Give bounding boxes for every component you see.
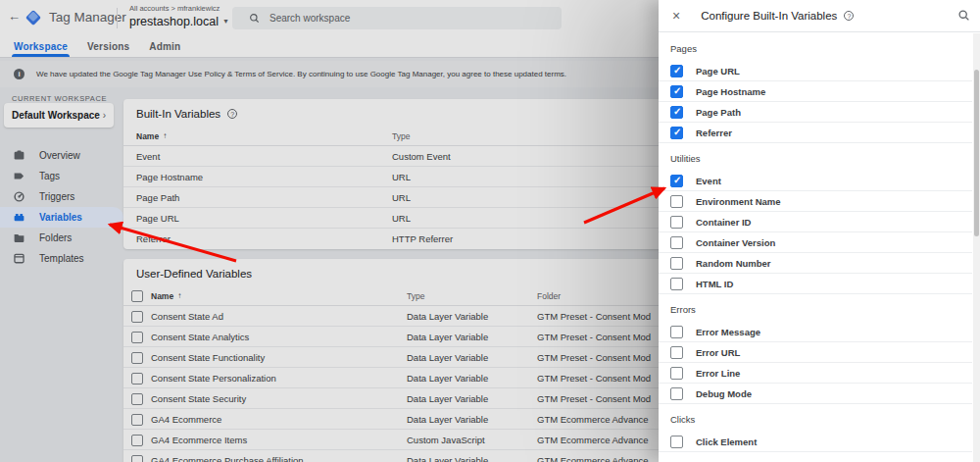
row-checkbox[interactable]: [131, 393, 143, 405]
chevron-down-icon: ▼: [222, 18, 229, 25]
variable-name-link[interactable]: Page Hostname: [136, 167, 203, 187]
tag-icon: [13, 170, 25, 182]
built-in-variable-toggle[interactable]: Container ID: [659, 212, 972, 232]
scrollbar-track[interactable]: [973, 33, 980, 462]
row-checkbox[interactable]: [131, 311, 143, 323]
built-in-variable-toggle[interactable]: Error Message: [659, 322, 972, 342]
built-in-variable-toggle[interactable]: HTML ID: [659, 274, 972, 294]
variable-name-link[interactable]: GA4 Ecommerce: [151, 409, 221, 430]
scrollbar-thumb[interactable]: [974, 70, 979, 236]
variable-name-link[interactable]: Consent State Functionality: [151, 347, 265, 368]
overview-icon: [13, 149, 25, 162]
built-in-variable-toggle[interactable]: Page Hostname: [659, 81, 972, 102]
variable-type: Data Layer Variable: [407, 388, 488, 409]
checkbox[interactable]: [670, 257, 683, 270]
help-icon[interactable]: ?: [844, 11, 854, 21]
row-checkbox[interactable]: [131, 414, 143, 426]
variable-name-link[interactable]: Consent State Ad: [151, 306, 223, 327]
variable-type: Data Layer Variable: [407, 368, 488, 388]
workspace-selector[interactable]: Default Workspace ›: [4, 103, 114, 128]
sidebar-item-tags[interactable]: Tags: [0, 166, 123, 186]
variable-name-link[interactable]: Page Path: [136, 187, 179, 208]
built-in-variable-toggle[interactable]: Random Number: [659, 253, 972, 274]
variable-name-link[interactable]: GA4 Ecommerce Purchase Affiliation: [151, 450, 304, 462]
built-in-variable-toggle[interactable]: Click Element: [659, 432, 972, 452]
variable-name-link[interactable]: Consent State Security: [151, 388, 246, 409]
built-in-variable-toggle[interactable]: Page URL: [659, 61, 972, 81]
built-in-variable-label: Error Line: [696, 368, 740, 379]
back-arrow-icon[interactable]: ←: [8, 9, 21, 24]
container-name[interactable]: prestashop.local▼: [129, 15, 229, 28]
tab-workspace[interactable]: Workspace: [4, 36, 77, 57]
close-icon[interactable]: ×: [672, 9, 680, 23]
checkbox[interactable]: [670, 65, 683, 77]
tab-admin[interactable]: Admin: [139, 36, 190, 57]
select-all-checkbox[interactable]: [131, 290, 143, 302]
variable-folder: GTM Preset - Consent Mod: [537, 347, 651, 368]
sidebar-item-triggers[interactable]: Triggers: [0, 186, 123, 207]
variable-folder: GTM Preset - Consent Mod: [537, 306, 651, 327]
built-in-variable-toggle[interactable]: Referrer: [659, 123, 972, 143]
sort-arrow-icon: ↑: [163, 131, 167, 140]
checkbox[interactable]: [670, 216, 683, 229]
variable-name-link[interactable]: Consent State Analytics: [151, 327, 249, 347]
row-checkbox[interactable]: [131, 435, 143, 446]
variable-folder: GTM Preset - Consent Mod: [537, 327, 651, 347]
sidebar-item-templates[interactable]: Templates: [0, 248, 123, 269]
checkbox[interactable]: [670, 278, 683, 290]
gtm-app: ← Tag Manager All accounts > mfrankiewic…: [0, 0, 980, 462]
built-in-variable-toggle[interactable]: Environment Name: [659, 191, 972, 212]
sidebar-item-variables[interactable]: Variables: [0, 207, 123, 228]
checkbox[interactable]: [670, 346, 683, 359]
row-checkbox[interactable]: [131, 455, 143, 462]
workspace-name: Default Workspace: [12, 110, 103, 121]
column-header-name[interactable]: Name↑: [136, 126, 167, 146]
built-in-variable-toggle[interactable]: Event: [659, 171, 972, 191]
checkbox[interactable]: [670, 106, 683, 119]
checkbox[interactable]: [670, 436, 683, 448]
variable-name-link[interactable]: Consent State Personalization: [151, 368, 276, 388]
variable-folder: GTM Preset - Consent Mod: [537, 388, 651, 409]
row-checkbox[interactable]: [131, 373, 143, 385]
search-input[interactable]: Search workspace: [232, 7, 562, 29]
built-in-variable-label: Random Number: [696, 258, 771, 269]
variable-name-link[interactable]: GA4 Ecommerce Items: [151, 430, 247, 450]
column-header-name[interactable]: Name↑: [151, 285, 181, 306]
sort-arrow-icon: ↑: [177, 291, 181, 300]
variable-name-link[interactable]: Event: [136, 146, 160, 167]
variable-type: Data Layer Variable: [407, 347, 488, 368]
checkbox[interactable]: [670, 85, 683, 98]
built-in-variable-label: Container Version: [696, 237, 775, 248]
built-in-variable-label: Error Message: [696, 327, 760, 337]
checkbox[interactable]: [670, 236, 683, 249]
checkbox[interactable]: [670, 326, 683, 338]
checkbox[interactable]: [670, 175, 683, 187]
checkbox[interactable]: [670, 127, 683, 139]
help-icon[interactable]: ?: [227, 109, 237, 119]
row-checkbox[interactable]: [131, 332, 143, 343]
panel-section-label: Errors: [659, 294, 972, 322]
variable-type: HTTP Referrer: [392, 229, 453, 249]
checkbox[interactable]: [670, 387, 683, 400]
variable-type: Data Layer Variable: [407, 327, 488, 347]
search-icon[interactable]: [957, 9, 970, 22]
panel-section-label: Pages: [659, 33, 972, 61]
variable-type: Data Layer Variable: [407, 306, 488, 327]
built-in-variable-toggle[interactable]: Debug Mode: [659, 384, 972, 404]
built-in-variable-toggle[interactable]: Error Line: [659, 363, 972, 384]
variable-name-link[interactable]: Referrer: [136, 229, 171, 249]
sidebar-item-folders[interactable]: Folders: [0, 228, 123, 248]
checkbox[interactable]: [670, 195, 683, 208]
built-in-variable-toggle[interactable]: Page Path: [659, 102, 972, 123]
built-in-variable-toggle[interactable]: Container Version: [659, 232, 972, 253]
variable-name-link[interactable]: Page URL: [136, 208, 179, 229]
account-switcher[interactable]: All accounts > mfrankiewicz prestashop.l…: [129, 4, 229, 28]
tab-versions[interactable]: Versions: [77, 36, 139, 57]
sidebar-item-label: Triggers: [39, 191, 74, 202]
sidebar-item-overview[interactable]: Overview: [0, 145, 123, 166]
breadcrumb: All accounts > mfrankiewicz: [129, 4, 229, 13]
built-in-variable-toggle[interactable]: Error URL: [659, 342, 972, 363]
checkbox[interactable]: [670, 367, 683, 380]
row-checkbox[interactable]: [131, 352, 143, 364]
template-icon: [13, 252, 25, 265]
